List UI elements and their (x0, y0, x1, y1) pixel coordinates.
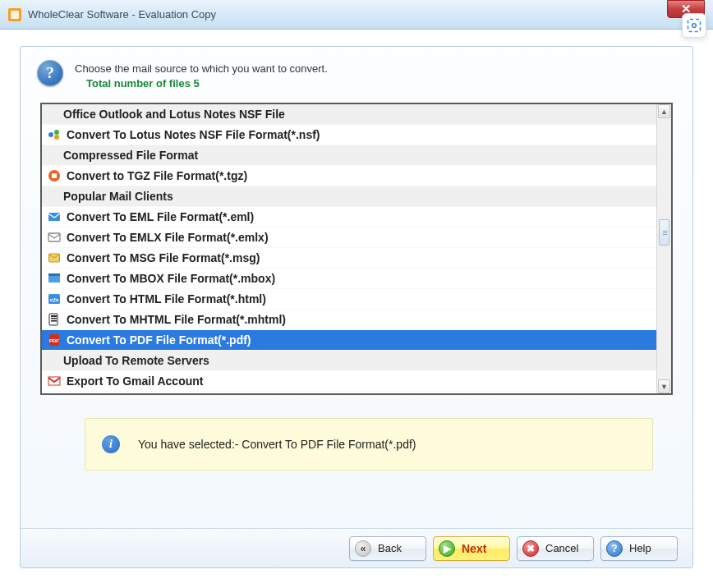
list-item-label: Convert to TGZ File Format(*.tgz) (67, 169, 247, 182)
help-label: Help (629, 542, 651, 554)
title-bar: WholeClear Software - Evaluation Copy ✕ (0, 0, 713, 30)
cancel-label: Cancel (545, 542, 578, 554)
back-icon: « (355, 540, 371, 557)
info-icon: i (102, 435, 120, 453)
format-list: Office Outlook and Lotus Notes NSF FileC… (40, 103, 673, 395)
file-count-text: Total number of files 5 (86, 76, 328, 91)
svg-rect-10 (48, 233, 60, 241)
selection-info-text: You have selected:- Convert To PDF File … (138, 438, 416, 451)
svg-point-3 (692, 24, 697, 28)
next-button[interactable]: ▶ Next (433, 536, 510, 561)
app-icon (8, 8, 21, 21)
help-button[interactable]: ? Help (600, 536, 678, 561)
list-item[interactable]: PDFConvert To PDF File Format(*.pdf) (42, 330, 656, 351)
svg-rect-12 (48, 275, 60, 283)
eml-icon (47, 209, 62, 224)
scrollbar[interactable]: ▲ ≡ ▼ (656, 104, 671, 393)
svg-rect-13 (48, 273, 60, 276)
back-button[interactable]: « Back (349, 536, 426, 561)
list-item[interactable]: Convert To MSG File Format(*.msg) (42, 248, 656, 269)
back-label: Back (378, 542, 402, 554)
list-group-header: Upload To Remote Servers (42, 351, 656, 371)
list-group-label: Compressed File Format (63, 149, 198, 162)
cancel-button[interactable]: ✖ Cancel (517, 536, 594, 561)
next-icon: ▶ (439, 540, 455, 557)
list-group-label: Popular Mail Clients (63, 190, 173, 203)
list-item-label: Convert To HTML File Format(*.html) (67, 292, 266, 305)
list-item-label: Convert To MBOX File Format(*.mbox) (67, 272, 275, 285)
list-item-label: Convert To Lotus Notes NSF File Format(*… (67, 128, 320, 141)
scroll-down-button[interactable]: ▼ (658, 379, 670, 393)
svg-point-5 (54, 130, 59, 135)
list-item[interactable]: Convert To MHTML File Format(*.mhtml) (42, 310, 656, 330)
pdf-icon: PDF (47, 333, 62, 347)
list-item-label: Convert To MHTML File Format(*.mhtml) (67, 313, 286, 326)
app-window: WholeClear Software - Evaluation Copy ✕ … (0, 0, 713, 588)
svg-point-6 (54, 135, 59, 140)
html-icon: </> (47, 292, 62, 306)
list-item[interactable]: Convert To EMLX File Format(*.emlx) (42, 227, 656, 248)
list-item-label: Convert To MSG File Format(*.msg) (67, 251, 260, 264)
msg-icon (47, 250, 62, 265)
svg-text:</>: </> (49, 296, 59, 304)
list-item-label: Export To Gmail Account (67, 374, 203, 388)
gmail-icon (47, 374, 62, 388)
list-group-header: Popular Mail Clients (42, 186, 656, 207)
emlx-icon (47, 230, 62, 245)
list-item[interactable]: Convert To EML File Format(*.eml) (42, 207, 656, 227)
capture-icon (682, 13, 706, 38)
svg-rect-2 (688, 20, 701, 32)
list-group-label: Office Outlook and Lotus Notes NSF File (63, 108, 285, 121)
list-group-header: Office Outlook and Lotus Notes NSF File (42, 104, 656, 125)
tgz-icon (47, 168, 62, 183)
list-group-label: Upload To Remote Servers (63, 354, 209, 367)
instruction-row: ? Choose the mail source to which you wa… (21, 47, 692, 99)
window-title: WholeClear Software - Evaluation Copy (28, 8, 667, 21)
svg-rect-1 (11, 11, 19, 19)
wizard-panel: ? Choose the mail source to which you wa… (20, 46, 693, 568)
svg-text:PDF: PDF (49, 338, 59, 343)
mbox-icon (47, 271, 62, 286)
next-label: Next (462, 542, 486, 555)
svg-rect-19 (51, 320, 57, 322)
selection-info-box: i You have selected:- Convert To PDF Fil… (85, 418, 653, 471)
svg-rect-8 (52, 173, 57, 178)
list-item[interactable]: Convert To Lotus Notes NSF File Format(*… (42, 125, 656, 145)
button-bar: « Back ▶ Next ✖ Cancel ? Help (21, 528, 692, 567)
format-list-body[interactable]: Office Outlook and Lotus Notes NSF FileC… (42, 104, 656, 393)
svg-rect-18 (51, 318, 57, 319)
scroll-up-button[interactable]: ▲ (658, 104, 670, 118)
list-item-label: Convert To PDF File Format(*.pdf) (67, 333, 251, 347)
list-item-label: Convert To EML File Format(*.eml) (67, 210, 254, 223)
mhtml-icon (47, 312, 62, 327)
list-item-label: Convert To EMLX File Format(*.emlx) (67, 231, 269, 244)
svg-rect-9 (48, 213, 60, 221)
cancel-icon: ✖ (522, 540, 539, 557)
svg-rect-17 (51, 315, 57, 317)
list-item[interactable]: Convert to TGZ File Format(*.tgz) (42, 166, 656, 186)
instruction-text: Choose the mail source to which you want… (75, 62, 328, 76)
list-item[interactable]: Export To Gmail Account (42, 371, 656, 392)
nsf-icon (47, 127, 62, 142)
list-item[interactable]: </>Convert To HTML File Format(*.html) (42, 289, 656, 310)
scroll-thumb[interactable]: ≡ (659, 219, 669, 246)
svg-point-4 (48, 132, 53, 137)
list-item[interactable]: Convert To MBOX File Format(*.mbox) (42, 269, 656, 289)
list-group-header: Compressed File Format (42, 145, 656, 166)
help-icon: ? (37, 60, 63, 86)
help-button-icon: ? (606, 540, 623, 557)
